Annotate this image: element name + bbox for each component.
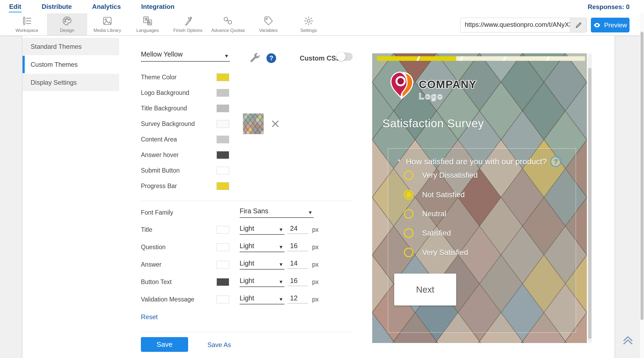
nav-tab-analytics[interactable]: Analytics	[92, 2, 121, 12]
toolbar-tab-languages[interactable]: Languages	[127, 13, 168, 35]
sidebar-item-custom-themes[interactable]: Custom Themes	[23, 56, 119, 74]
title-size-input[interactable]: 24	[287, 224, 308, 234]
variables-icon	[263, 16, 274, 26]
submit-button-swatch[interactable]	[217, 167, 229, 174]
option-label: Satisfied	[422, 229, 451, 237]
font-family-dropdown[interactable]: Fira Sans ▼	[240, 207, 314, 218]
toolbar-tab-variables[interactable]: Variables	[248, 13, 288, 35]
option-neutral[interactable]: Neutral	[404, 209, 446, 219]
radio-icon[interactable]	[404, 248, 414, 257]
answer-weight-dropdown[interactable]: Light▼	[240, 259, 284, 270]
color-row-label: Answer hover	[141, 151, 179, 159]
font-family-label: Font Family	[141, 209, 173, 216]
toolbar-tab-label: Workspace	[16, 28, 38, 33]
radio-icon[interactable]	[404, 228, 414, 238]
option-satisfied[interactable]: Satisfied	[404, 228, 451, 238]
survey-title: Satisfaction Survey	[382, 117, 484, 130]
survey-background-image-thumb[interactable]	[243, 113, 264, 134]
option-very-satisfied[interactable]: Very Satisfied	[404, 248, 468, 257]
responses-count[interactable]: Responses: 0	[588, 3, 630, 11]
reset-link[interactable]: Reset	[141, 313, 158, 321]
nav-tab-distribute[interactable]: Distribute	[41, 2, 72, 12]
question-size-input[interactable]: 16	[287, 241, 308, 251]
question-font-color-swatch[interactable]	[217, 243, 229, 251]
sidebar-item-display-settings[interactable]: Display Settings	[23, 74, 119, 92]
sidebar-item-standard-themes[interactable]: Standard Themes	[23, 38, 119, 56]
survey-url-box: https://www.questionpro.com/t/ANyX3Z	[460, 18, 587, 32]
validation-font-color-swatch[interactable]	[217, 296, 229, 303]
logo-background-swatch[interactable]	[217, 89, 229, 97]
custom-css-toggle[interactable]	[337, 53, 353, 61]
survey-question: * How satisfied are you with our product…	[398, 156, 561, 167]
help-icon[interactable]: ?	[266, 53, 276, 63]
button-text-size-input[interactable]: 16	[287, 276, 308, 286]
scroll-to-top-button[interactable]	[620, 333, 636, 347]
weight-value: Light	[240, 242, 254, 249]
unit-label: px	[312, 278, 319, 286]
logo-texts: COMPANY Logo	[419, 79, 477, 101]
radio-icon[interactable]	[404, 209, 414, 219]
edit-url-button[interactable]	[570, 18, 587, 32]
preview-button[interactable]: Preview	[591, 18, 630, 32]
color-row-label: Survey Background	[141, 120, 195, 128]
languages-icon	[142, 16, 153, 26]
radio-icon[interactable]	[404, 170, 414, 180]
window-scrollbar-thumb[interactable]	[641, 32, 643, 320]
question-help-icon[interactable]: ?	[550, 156, 561, 167]
title-font-color-swatch[interactable]	[217, 226, 229, 234]
theme-color-swatch[interactable]	[217, 73, 229, 81]
toolbar-tab-media-library[interactable]: Media Library	[87, 13, 127, 35]
preview-scrollbar[interactable]	[588, 53, 592, 343]
wrench-icon	[249, 52, 261, 64]
toolbar-tab-label: Settings	[300, 28, 317, 33]
chevron-down-icon: ▼	[279, 227, 283, 233]
toolbar-tab-settings[interactable]: Settings	[288, 13, 329, 35]
toolbar-tab-advance-quotas[interactable]: Advance Quotas	[208, 13, 248, 35]
toolbar-tab-label: Languages	[136, 28, 159, 33]
font-row-label: Button Text	[141, 278, 172, 286]
option-very-dissatisfied[interactable]: Very Dissatisfied	[404, 170, 478, 180]
toolbar-tab-design[interactable]: Design	[47, 13, 87, 35]
preview-scrollbar-thumb[interactable]	[588, 68, 591, 339]
logo-pin-icon	[388, 70, 415, 100]
validation-size-input[interactable]: 12	[287, 294, 308, 304]
unit-label: px	[312, 261, 319, 268]
unit-label: px	[312, 244, 319, 251]
button-text-color-swatch[interactable]	[217, 278, 229, 286]
toolbar-tab-finish-options[interactable]: Finish Options	[168, 13, 208, 35]
next-button[interactable]: Next	[394, 274, 456, 305]
title-weight-dropdown[interactable]: Light▼	[240, 225, 284, 235]
question-text: How satisfied are you with our product?	[406, 157, 547, 166]
validation-weight-dropdown[interactable]: Light▼	[240, 294, 284, 304]
question-weight-dropdown[interactable]: Light▼	[240, 242, 284, 252]
chevron-down-icon: ▼	[279, 244, 283, 250]
chevron-down-icon: ▼	[308, 210, 313, 215]
content-area-swatch[interactable]	[217, 136, 229, 143]
app-root: Edit Distribute Analytics Integration Re…	[0, 0, 644, 358]
answer-font-color-swatch[interactable]	[217, 261, 229, 268]
save-button[interactable]: Save	[141, 337, 188, 352]
button-text-weight-dropdown[interactable]: Light▼	[240, 277, 284, 287]
option-not-satisfied[interactable]: Not Satisfied	[404, 190, 465, 200]
chevron-down-icon: ▼	[279, 262, 283, 267]
answer-hover-swatch[interactable]	[217, 151, 229, 159]
nav-tab-edit[interactable]: Edit	[9, 2, 22, 12]
radio-icon[interactable]	[404, 190, 414, 200]
survey-url-input[interactable]: https://www.questionpro.com/t/ANyX3Z	[460, 18, 570, 32]
theme-tools-button[interactable]	[249, 52, 261, 64]
close-icon	[271, 119, 280, 128]
theme-select-dropdown[interactable]: Mellow Yellow ▼	[141, 50, 230, 62]
weight-value: Light	[240, 277, 254, 284]
eye-icon	[593, 21, 601, 29]
save-as-link[interactable]: Save As	[207, 341, 231, 349]
answer-size-input[interactable]: 14	[287, 259, 308, 269]
window-scrollbar[interactable]	[640, 13, 644, 358]
nav-tab-integration[interactable]: Integration	[141, 2, 175, 12]
progress-bar-swatch[interactable]	[217, 182, 229, 190]
remove-background-image-button[interactable]	[271, 119, 280, 128]
toolbar-tab-label: Media Library	[94, 28, 121, 33]
title-background-swatch[interactable]	[217, 105, 229, 112]
toolbar-tab-workspace[interactable]: Workspace	[7, 13, 47, 35]
survey-background-swatch[interactable]	[217, 120, 229, 128]
advance-quotas-icon	[223, 16, 233, 26]
